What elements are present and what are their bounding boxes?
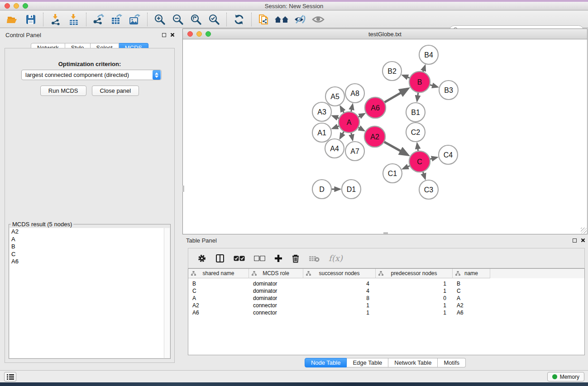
close-window-button[interactable] (5, 3, 10, 9)
refresh-button[interactable] (230, 12, 248, 27)
minimize-window-button[interactable] (14, 3, 19, 9)
graph-node-A[interactable]: A (339, 112, 359, 133)
result-item[interactable]: B (10, 243, 170, 251)
float-panel-icon[interactable] (162, 33, 166, 37)
tab-motifs[interactable]: Motifs (438, 358, 466, 367)
import-table-button[interactable] (65, 12, 83, 27)
svg-text:A4: A4 (330, 145, 339, 152)
network-window-titlebar[interactable]: testGlobe.txt (183, 29, 587, 39)
graph-node-D[interactable]: D (312, 180, 331, 199)
table-cell: dominator (249, 288, 303, 294)
network-canvas[interactable]: B4B2BB3A8A5A6A3B1AC2A1A2A4A7C4CC1DD1C3 (183, 40, 587, 234)
delete-table-button[interactable] (309, 255, 320, 262)
zoom-in-button[interactable] (151, 12, 169, 27)
node-table[interactable]: shared nameMCDS rolesuccessor nodesprede… (188, 268, 585, 355)
save-session-button[interactable] (22, 12, 40, 27)
graph-node-A4[interactable]: A4 (325, 139, 344, 158)
table-row[interactable]: A2connector11A2 (188, 302, 584, 309)
show-column-button[interactable] (215, 254, 225, 263)
column-header-shared-name[interactable]: shared name (188, 269, 249, 278)
graph-node-B3[interactable]: B3 (439, 81, 458, 100)
graph-edge-A6-B[interactable] (383, 89, 407, 103)
delete-column-button[interactable] (292, 254, 300, 263)
task-history-button[interactable] (4, 372, 16, 381)
create-column-button[interactable] (274, 254, 282, 262)
table-row[interactable]: A6connector11A6 (188, 309, 584, 316)
column-header-name[interactable]: name (453, 269, 490, 278)
tab-node-table[interactable]: Node Table (305, 358, 347, 367)
graph-node-B[interactable]: B (409, 71, 430, 92)
svg-text:A1: A1 (317, 129, 326, 137)
graph-node-A1[interactable]: A1 (312, 123, 331, 142)
mcds-result-list[interactable]: A2ABCA6 (10, 228, 170, 358)
table-settings-button[interactable] (197, 254, 206, 263)
window-controls (5, 3, 28, 9)
result-item[interactable]: A6 (10, 258, 170, 266)
open-file-button[interactable] (4, 12, 22, 27)
graph-node-A6[interactable]: A6 (365, 97, 386, 118)
graph-node-A2[interactable]: A2 (364, 126, 385, 147)
tab-network-table[interactable]: Network Table (388, 358, 438, 367)
show-all-button[interactable] (309, 12, 327, 27)
memory-button[interactable]: Memory (547, 372, 584, 381)
graph-node-C4[interactable]: C4 (439, 145, 458, 164)
result-item[interactable]: A2 (10, 228, 170, 236)
dropdown-stepper-icon (153, 70, 161, 80)
export-table-button[interactable] (108, 12, 126, 27)
network-resize-grip[interactable] (581, 228, 587, 234)
graph-node-B2[interactable]: B2 (382, 62, 402, 81)
table-row[interactable]: Bdominator41B (188, 280, 584, 287)
graph-node-C3[interactable]: C3 (419, 180, 438, 199)
graph-node-A5[interactable]: A5 (325, 87, 344, 106)
graph-node-C2[interactable]: C2 (406, 123, 425, 142)
graph-node-D1[interactable]: D1 (342, 180, 361, 199)
select-all-rows-button[interactable] (234, 256, 245, 261)
network-hscroll-thumb[interactable] (383, 232, 388, 234)
graph-node-A7[interactable]: A7 (345, 142, 364, 161)
table-cell: 1 (376, 281, 453, 287)
zoom-out-button[interactable] (169, 12, 187, 27)
float-panel-icon[interactable] (573, 238, 577, 243)
criterion-dropdown[interactable]: largest connected component (directed) (21, 70, 162, 80)
graph-node-B4[interactable]: B4 (419, 45, 438, 64)
export-network-button[interactable] (90, 12, 108, 27)
graph-node-A8[interactable]: A8 (345, 84, 364, 103)
result-scrollbar[interactable] (164, 228, 170, 358)
table-row[interactable]: Cdominator41C (188, 287, 584, 295)
zoom-selected-button[interactable] (205, 12, 223, 27)
table-panel: Table Panel (182, 235, 588, 370)
graph-node-C[interactable]: C (409, 151, 430, 172)
network-close-button[interactable] (187, 31, 193, 37)
import-network-button[interactable] (47, 12, 65, 27)
zoom-window-button[interactable] (23, 3, 28, 9)
graph-node-B1[interactable]: B1 (406, 103, 425, 122)
tab-edge-table[interactable]: Edge Table (347, 358, 388, 367)
column-header-successor-nodes[interactable]: successor nodes (303, 269, 376, 278)
table-row[interactable]: Adominator80A (188, 295, 584, 302)
clone-network-button[interactable] (255, 12, 273, 27)
graph-node-A3[interactable]: A3 (312, 102, 331, 121)
close-panel-button[interactable]: Close panel (92, 86, 139, 96)
column-header-MCDS-role[interactable]: MCDS role (249, 269, 303, 278)
zoom-fit-button[interactable] (187, 12, 205, 27)
function-builder-button[interactable]: f(x) (329, 253, 343, 263)
graph-edge-A2-C[interactable] (383, 141, 407, 155)
close-panel-icon[interactable] (581, 238, 585, 243)
column-header-predecessor-nodes[interactable]: predecessor nodes (376, 269, 453, 278)
optimization-criterion-label: Optimization criterion: (5, 61, 174, 67)
close-panel-icon[interactable] (170, 33, 175, 37)
network-minimize-button[interactable] (196, 31, 202, 37)
attribute-type-icon (455, 271, 460, 276)
result-item[interactable]: A (10, 236, 170, 243)
export-image-button[interactable] (126, 12, 144, 27)
hide-selected-button[interactable] (291, 12, 309, 27)
svg-text:A6: A6 (371, 104, 380, 112)
deselect-all-rows-button[interactable] (254, 256, 265, 261)
result-item[interactable]: C (10, 251, 170, 258)
run-mcds-button[interactable]: Run MCDS (40, 86, 86, 96)
first-neighbors-button[interactable] (273, 12, 291, 27)
network-vscroll-thumb[interactable] (182, 186, 184, 192)
graph-node-C1[interactable]: C1 (383, 164, 402, 183)
svg-text:C4: C4 (444, 151, 453, 159)
network-zoom-button[interactable] (206, 31, 211, 37)
